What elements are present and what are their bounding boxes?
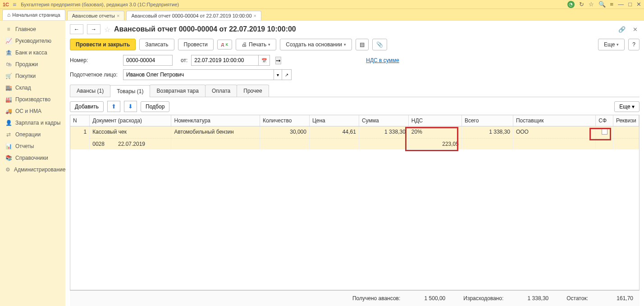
sidebar-item-4[interactable]: 🛒Покупки (0, 70, 65, 82)
titlebar: 1С ≡ Бухгалтерия предприятия (базовая), … (0, 0, 644, 9)
cell-sf[interactable] (596, 126, 613, 139)
sidebar: ≡Главное📈Руководителю🏦Банк и касса🛍Прода… (0, 21, 65, 306)
move-down-button[interactable]: ⬇ (124, 101, 137, 112)
col-price[interactable]: Цена (309, 115, 359, 126)
apply-date-button[interactable]: ➙ (275, 57, 281, 64)
attach-button[interactable]: 📎 (372, 39, 387, 50)
col-sum[interactable]: Сумма (359, 115, 408, 126)
cell-req[interactable] (613, 126, 639, 139)
sidebar-item-7[interactable]: 🚚ОС и НМА (0, 105, 65, 117)
favorite-star-icon[interactable]: ☆ (104, 25, 110, 34)
table-more-button[interactable]: Еще ▾ (614, 101, 639, 112)
tab-payment[interactable]: Оплата (205, 85, 237, 97)
sidebar-item-0[interactable]: ≡Главное (0, 23, 65, 35)
more-button[interactable]: Еще (598, 39, 625, 50)
number-label: Номер: (70, 57, 119, 63)
nav-fwd-button[interactable]: → (87, 24, 100, 34)
move-up-button[interactable]: ⬆ (107, 101, 120, 112)
cell-nds-amount[interactable]: 223,05 (408, 139, 461, 150)
col-n[interactable]: N (70, 115, 90, 126)
cell-doc-type[interactable]: Кассовый чек (90, 126, 171, 139)
dropdown-icon[interactable]: ▾ (274, 69, 282, 80)
menu-icon[interactable]: ≡ (13, 1, 16, 8)
calendar-icon[interactable]: 📅 (259, 55, 270, 66)
tab-close-icon[interactable]: × (254, 13, 256, 18)
tab-advance-reports[interactable]: Авансовые отчеты × (67, 11, 125, 20)
open-ref-icon[interactable]: ↗ (282, 69, 292, 80)
tab-advances[interactable]: Авансы (1) (70, 85, 110, 97)
col-nom[interactable]: Номенклатура (171, 115, 260, 126)
link-icon[interactable]: 🔗 (617, 26, 627, 33)
sidebar-item-2[interactable]: 🏦Банк и касса (0, 47, 65, 58)
status-icon[interactable]: ◔ (567, 1, 575, 8)
sidebar-item-label: Справочники (15, 155, 48, 161)
sidebar-item-6[interactable]: 🏭Производство (0, 94, 65, 105)
sidebar-item-12[interactable]: ⚙Администрирование (0, 164, 65, 176)
col-nds[interactable]: НДС (408, 115, 461, 126)
col-qty[interactable]: Количество (260, 115, 309, 126)
cell-n[interactable]: 1 (70, 126, 90, 150)
filter-icon[interactable]: ≡ (610, 1, 614, 8)
tab-home-label: Начальная страница (12, 12, 60, 18)
cell-nomenclature[interactable]: Автомобильный бензин (171, 126, 260, 139)
tab-label: Авансовый отчет 0000-00004 от 22.07.2019… (131, 13, 251, 18)
spent-label: Израсходовано: (463, 295, 503, 302)
cell-supplier[interactable]: ООО (513, 126, 595, 139)
pick-button[interactable]: Подбор (141, 101, 169, 112)
tab-tara[interactable]: Возвратная тара (150, 85, 206, 97)
goods-table[interactable]: N Документ (расхода) Номенклатура Количе… (70, 115, 639, 149)
sidebar-item-label: Банк и касса (15, 50, 47, 56)
sidebar-item-10[interactable]: 📊Отчеты (0, 140, 65, 152)
close-icon[interactable]: ✕ (636, 1, 641, 8)
history-icon[interactable]: ↻ (579, 1, 584, 8)
panel-close-icon[interactable]: ✕ (631, 26, 639, 33)
search-icon[interactable]: 🔍 (598, 1, 606, 8)
sidebar-item-3[interactable]: 🛍Продажи (0, 58, 65, 70)
cell-doc-detail[interactable]: 0028 22.07.2019 (90, 139, 171, 150)
struct-button[interactable]: ▤ (356, 39, 369, 50)
nav-tabs-bar: ⌂ Начальная страница Авансовые отчеты × … (0, 9, 644, 21)
print-button[interactable]: 🖨Печать (236, 39, 276, 50)
number-input[interactable] (123, 55, 173, 66)
sidebar-item-1[interactable]: 📈Руководителю (0, 35, 65, 47)
person-input[interactable] (123, 69, 274, 80)
col-total[interactable]: Всего (461, 115, 513, 126)
col-req[interactable]: Реквизи (613, 115, 639, 126)
tab-other[interactable]: Прочее (237, 85, 269, 97)
tab-home[interactable]: ⌂ Начальная страница (2, 9, 65, 20)
col-doc[interactable]: Документ (расхода) (90, 115, 171, 126)
post-button[interactable]: Провести (178, 39, 214, 50)
sidebar-item-11[interactable]: 📚Справочники (0, 152, 65, 164)
nds-mode-link[interactable]: НДС в сумме (366, 57, 399, 63)
maximize-icon[interactable]: □ (628, 1, 632, 8)
nav-back-button[interactable]: ← (70, 24, 83, 34)
col-supplier[interactable]: Поставщик (513, 115, 595, 126)
sidebar-icon: 🛒 (5, 73, 12, 79)
col-sf[interactable]: СФ (596, 115, 613, 126)
create-on-basis-button[interactable]: Создать на основании (280, 39, 352, 50)
help-button[interactable]: ? (628, 39, 639, 50)
cell-total[interactable]: 1 338,30 (461, 126, 513, 139)
sidebar-item-5[interactable]: 🏬Склад (0, 82, 65, 94)
table-row[interactable]: 1 Кассовый чек Автомобильный бензин 30,0… (70, 126, 639, 139)
star-icon[interactable]: ☆ (589, 1, 594, 8)
post-and-close-button[interactable]: Провести и закрыть (70, 39, 136, 50)
dt-kt-button[interactable]: ДК (217, 40, 232, 50)
add-row-button[interactable]: Добавить (70, 101, 104, 112)
cell-price[interactable]: 44,61 (309, 126, 359, 139)
date-input[interactable] (191, 55, 259, 66)
table-row[interactable]: 0028 22.07.2019 223,05 (70, 139, 639, 150)
cell-nds-rate[interactable]: 20% (408, 126, 461, 139)
sidebar-item-9[interactable]: ⇄Операции (0, 129, 65, 140)
app-title: Бухгалтерия предприятия (базовая), редак… (21, 2, 567, 7)
minimize-icon[interactable]: — (618, 1, 624, 8)
tab-close-icon[interactable]: × (117, 13, 119, 18)
sidebar-icon: 🚚 (5, 108, 12, 114)
sf-checkbox[interactable] (602, 129, 607, 135)
cell-sum[interactable]: 1 338,30 (359, 126, 408, 139)
save-button[interactable]: Записать (139, 39, 174, 50)
tab-advance-report-doc[interactable]: Авансовый отчет 0000-00004 от 22.07.2019… (126, 11, 261, 20)
tab-goods[interactable]: Товары (1) (110, 85, 150, 97)
sidebar-item-8[interactable]: 👤Зарплата и кадры (0, 117, 65, 129)
cell-qty[interactable]: 30,000 (260, 126, 309, 139)
